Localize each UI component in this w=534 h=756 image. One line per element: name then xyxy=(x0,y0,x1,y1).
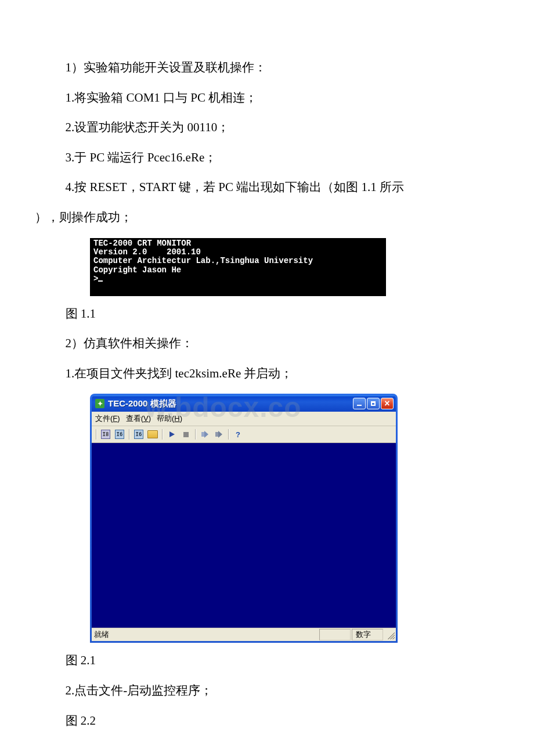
app-window: ✦ TEC-2000 模拟器 文件(F) 查看(V) 帮助(H) I8 I xyxy=(90,394,398,643)
terminal-line: Computer Architectur Lab.,Tsinghua Unive… xyxy=(93,256,313,265)
toolbar-i8-button[interactable]: I8 xyxy=(99,428,112,441)
app-icon: ✦ xyxy=(95,399,104,408)
status-pane-numlock: 数字 xyxy=(352,629,383,640)
window-title: TEC-2000 模拟器 xyxy=(108,398,353,409)
toolbar-step-into-button[interactable] xyxy=(212,428,225,441)
terminal-line: > xyxy=(93,274,98,283)
toolbar-separator xyxy=(195,429,196,440)
toolbar-separator xyxy=(162,429,163,440)
menu-help[interactable]: 帮助(H) xyxy=(157,413,182,424)
play-icon xyxy=(169,431,175,437)
toolbar-separator xyxy=(228,429,229,440)
paragraph: 1.在项目文件夹找到 tec2ksim.eRe 并启动； xyxy=(35,364,499,384)
document-page: 1）实验箱功能开关设置及联机操作： 1.将实验箱 COM1 口与 PC 机相连；… xyxy=(0,0,534,756)
step-arrow-icon xyxy=(201,431,208,438)
figure-caption: 图 2.1 xyxy=(35,651,499,671)
folder-open-icon xyxy=(147,430,158,438)
status-ready-text: 就绪 xyxy=(94,629,109,640)
resize-grip-icon[interactable] xyxy=(385,630,395,639)
paragraph: 1.将实验箱 COM1 口与 PC 机相连； xyxy=(35,88,499,108)
status-pane-empty xyxy=(319,629,351,640)
terminal-screenshot: TEC-2000 CRT MONITOR Version 2.0 2001.10… xyxy=(90,238,386,296)
toolbar-separator xyxy=(96,429,96,440)
toolbar: I8 I6 I6 ? xyxy=(92,426,396,443)
paragraph: 2）仿真软件相关操作： xyxy=(35,334,499,354)
toolbar-stop-button[interactable] xyxy=(179,428,192,441)
terminal-line: Copyright Jason He xyxy=(93,265,181,275)
paragraph: 1）实验箱功能开关设置及联机操作： xyxy=(35,58,499,78)
help-icon: ? xyxy=(234,430,242,438)
figure-caption: 图 2.2 xyxy=(35,711,499,731)
toolbar-run-button[interactable] xyxy=(165,428,178,441)
maximize-button[interactable] xyxy=(367,398,380,409)
i8-icon: I8 xyxy=(101,430,110,439)
close-button[interactable] xyxy=(381,398,394,409)
window-body: 文件(F) 查看(V) 帮助(H) I8 I6 I6 xyxy=(92,412,396,641)
terminal-cursor xyxy=(98,280,103,282)
minimize-button[interactable] xyxy=(353,398,366,409)
step-arrow-icon xyxy=(215,431,222,438)
toolbar-i16-button-2[interactable]: I6 xyxy=(132,428,145,441)
terminal-line: TEC-2000 CRT MONITOR xyxy=(93,239,191,248)
i16-icon: I6 xyxy=(134,430,143,439)
paragraph: 2.设置功能状态开关为 00110； xyxy=(35,118,499,138)
paragraph: ），则操作成功； xyxy=(35,208,499,228)
toolbar-separator xyxy=(129,429,129,440)
paragraph: 3.于 PC 端运行 Pcec16.eRe； xyxy=(35,148,499,168)
window-titlebar[interactable]: ✦ TEC-2000 模拟器 xyxy=(92,395,396,412)
i16-icon: I6 xyxy=(115,430,124,439)
client-area[interactable] xyxy=(92,443,396,628)
toolbar-step-button[interactable] xyxy=(199,428,211,441)
status-bar: 就绪 数字 xyxy=(92,628,396,641)
toolbar-i16-button[interactable]: I6 xyxy=(113,428,126,441)
figure-caption: 图 1.1 xyxy=(35,304,499,324)
window-controls xyxy=(353,398,394,409)
paragraph: 4.按 RESET，START 键，若 PC 端出现如下输出（如图 1.1 所示 xyxy=(35,178,499,197)
paragraph: 2.点击文件-启动监控程序； xyxy=(35,681,499,701)
toolbar-help-button[interactable]: ? xyxy=(232,428,244,441)
menu-file[interactable]: 文件(F) xyxy=(95,413,120,424)
terminal-line: Version 2.0 2001.10 xyxy=(93,247,201,257)
toolbar-open-button[interactable] xyxy=(146,428,159,441)
menu-view[interactable]: 查看(V) xyxy=(126,413,151,424)
menu-bar: 文件(F) 查看(V) 帮助(H) xyxy=(92,412,396,426)
stop-icon xyxy=(183,432,189,437)
